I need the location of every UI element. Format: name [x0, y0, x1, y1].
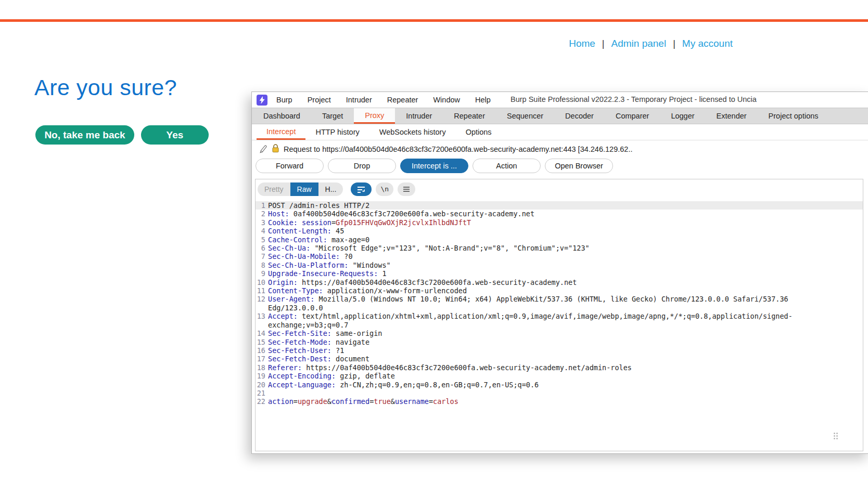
subtab-http-history[interactable]: HTTP history: [305, 124, 369, 140]
subtab-options[interactable]: Options: [456, 124, 502, 140]
request-line[interactable]: 19Accept-Encoding: gzip, deflate: [256, 372, 863, 380]
request-line[interactable]: 21: [256, 389, 863, 397]
request-line[interactable]: 14Sec-Fetch-Site: same-origin: [256, 329, 863, 337]
tab-intruder[interactable]: Intruder: [395, 108, 443, 124]
line-content: Origin: https://0af400b504d0e46c83cf3c72…: [268, 278, 807, 286]
request-line[interactable]: 2Host: 0af400b504d0e46c83cf3c7200e600fa.…: [256, 210, 863, 218]
inspector-drag-handle[interactable]: [834, 433, 838, 439]
tls-lock-icon: [272, 143, 279, 154]
menu-project[interactable]: Project: [308, 96, 331, 104]
menu-repeater[interactable]: Repeater: [387, 96, 418, 104]
line-content: Content-Type: application/x-www-form-url…: [268, 286, 807, 295]
show-newlines-button[interactable]: \n: [376, 182, 393, 196]
request-line[interactable]: 15Sec-Fetch-Mode: navigate: [256, 338, 863, 346]
request-line[interactable]: 22action=upgrade&confirmed=true&username…: [256, 397, 863, 406]
editor-menu-icon[interactable]: [398, 182, 415, 196]
request-line[interactable]: 5Cache-Control: max-age=0: [256, 236, 863, 244]
request-line[interactable]: 17Sec-Fetch-Dest: document: [256, 355, 863, 363]
message-editor: PrettyRawH... \n 1POST /admin-roles HTTP…: [255, 179, 863, 451]
line-content: Accept-Encoding: gzip, deflate: [268, 372, 807, 380]
drop-button[interactable]: Drop: [328, 159, 396, 173]
line-number: 14: [256, 329, 268, 337]
tab-comparer[interactable]: Comparer: [605, 108, 660, 124]
view-mode-h[interactable]: H...: [318, 182, 343, 196]
editor-toolbar: PrettyRawH... \n: [256, 179, 863, 199]
line-content: Sec-Fetch-User: ?1: [268, 346, 807, 355]
forward-button[interactable]: Forward: [256, 159, 324, 173]
request-line[interactable]: 11Content-Type: application/x-www-form-u…: [256, 286, 863, 295]
request-line[interactable]: 6Sec-Ch-Ua: "Microsoft Edge";v="123", "N…: [256, 244, 863, 252]
tab-dashboard[interactable]: Dashboard: [252, 108, 311, 124]
menu-window[interactable]: Window: [433, 96, 460, 104]
nav-link-my-account[interactable]: My account: [682, 38, 733, 49]
line-number: 6: [256, 244, 268, 252]
burp-proxy-sub-tabs: InterceptHTTP historyWebSockets historyO…: [252, 124, 868, 140]
page-nav: Home|Admin panel|My account: [569, 38, 733, 49]
no-take-me-back-button[interactable]: No, take me back: [35, 125, 134, 145]
line-number: 8: [256, 261, 268, 269]
view-mode-raw[interactable]: Raw: [290, 182, 318, 196]
line-number: 17: [256, 355, 268, 363]
subtab-websockets-history[interactable]: WebSockets history: [369, 124, 456, 140]
line-content: Cookie: session=Gfp015FHVqGwOXjR2jcvlxIh…: [268, 218, 807, 227]
line-number: 5: [256, 236, 268, 244]
view-mode-pretty[interactable]: Pretty: [258, 182, 290, 196]
line-number: 21: [256, 389, 268, 397]
open-browser-button[interactable]: Open Browser: [545, 159, 613, 173]
request-bar: Request to https://0af400b504d0e46c83cf3…: [252, 140, 868, 158]
menu-burp[interactable]: Burp: [276, 96, 292, 104]
menu-intruder[interactable]: Intruder: [346, 96, 372, 104]
request-line[interactable]: 4Content-Length: 45: [256, 227, 863, 235]
burp-logo-icon: [257, 95, 267, 106]
line-number: 3: [256, 218, 268, 227]
line-number: 20: [256, 381, 268, 389]
nav-link-admin-panel[interactable]: Admin panel: [611, 38, 667, 49]
top-accent-bar: [0, 19, 868, 22]
request-line[interactable]: 20Accept-Language: zh-CN,zh;q=0.9,en;q=0…: [256, 381, 863, 389]
line-content: Cache-Control: max-age=0: [268, 236, 807, 244]
request-line[interactable]: 13Accept: text/html,application/xhtml+xm…: [256, 312, 863, 329]
menu-help[interactable]: Help: [475, 96, 491, 104]
tab-proxy[interactable]: Proxy: [354, 108, 395, 124]
action-button[interactable]: Action: [473, 159, 541, 173]
tab-decoder[interactable]: Decoder: [554, 108, 605, 124]
request-line[interactable]: 16Sec-Fetch-User: ?1: [256, 346, 863, 355]
line-content: Sec-Fetch-Mode: navigate: [268, 338, 807, 346]
request-line[interactable]: 8Sec-Ch-Ua-Platform: "Windows": [256, 261, 863, 269]
line-content: Sec-Fetch-Dest: document: [268, 355, 807, 363]
request-line[interactable]: 9Upgrade-Insecure-Requests: 1: [256, 269, 863, 278]
word-wrap-icon[interactable]: [351, 182, 372, 196]
line-content: User-Agent: Mozilla/5.0 (Windows NT 10.0…: [268, 295, 807, 312]
confirm-buttons: No, take me backYes: [35, 125, 209, 145]
line-content: Content-Length: 45: [268, 227, 807, 235]
nav-link-home[interactable]: Home: [569, 38, 595, 49]
request-line[interactable]: 7Sec-Ch-Ua-Mobile: ?0: [256, 252, 863, 260]
line-content: Sec-Fetch-Site: same-origin: [268, 329, 807, 337]
burp-window: BurpProjectIntruderRepeaterWindowHelp Bu…: [251, 92, 868, 454]
request-line[interactable]: 12User-Agent: Mozilla/5.0 (Windows NT 10…: [256, 295, 863, 312]
line-number: 15: [256, 338, 268, 346]
line-number: 19: [256, 372, 268, 380]
tab-sequencer[interactable]: Sequencer: [496, 108, 554, 124]
tab-project-options[interactable]: Project options: [758, 108, 829, 124]
request-line[interactable]: 1POST /admin-roles HTTP/2: [256, 201, 863, 210]
request-line[interactable]: 10Origin: https://0af400b504d0e46c83cf3c…: [256, 278, 863, 286]
intercept-is-button[interactable]: Intercept is ...: [400, 159, 468, 173]
request-line[interactable]: 18Referer: https://0af400b504d0e46c83cf3…: [256, 363, 863, 372]
request-editor-lines: 1POST /admin-roles HTTP/22Host: 0af400b5…: [256, 199, 863, 406]
tab-logger[interactable]: Logger: [660, 108, 705, 124]
line-number: 22: [256, 397, 268, 406]
tab-target[interactable]: Target: [311, 108, 354, 124]
yes-button[interactable]: Yes: [141, 125, 209, 145]
tab-extender[interactable]: Extender: [706, 108, 758, 124]
line-content: Sec-Ch-Ua-Platform: "Windows": [268, 261, 807, 269]
tab-repeater[interactable]: Repeater: [443, 108, 496, 124]
burp-menus: BurpProjectIntruderRepeaterWindowHelp: [276, 96, 491, 104]
line-number: 1: [256, 201, 268, 210]
subtab-intercept[interactable]: Intercept: [257, 124, 305, 140]
line-number: 2: [256, 210, 268, 218]
page-title: Are you sure?: [34, 75, 177, 100]
line-content: Host: 0af400b504d0e46c83cf3c7200e600fa.w…: [268, 210, 807, 218]
line-number: 13: [256, 312, 268, 329]
request-line[interactable]: 3Cookie: session=Gfp015FHVqGwOXjR2jcvlxI…: [256, 218, 863, 227]
